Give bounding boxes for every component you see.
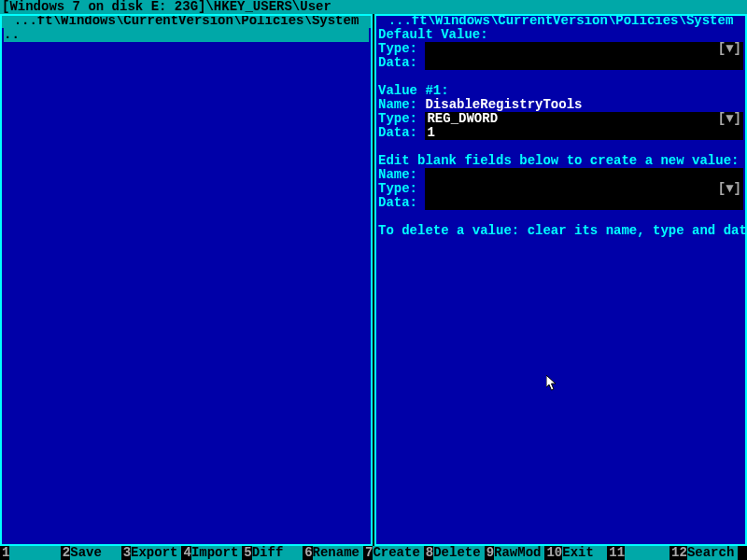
new-value-header: Edit blank fields below to create a new … [378, 154, 743, 168]
type-label: Type: [378, 42, 417, 56]
value1-data-field[interactable]: 1 [425, 126, 743, 140]
value1-data-row: Data: 1 [378, 126, 743, 140]
f3-export[interactable]: 3Export [121, 546, 182, 560]
default-type-field[interactable]: [▼] [425, 42, 743, 56]
title-bar: [Windows 7 on disk E: 23G]\HKEY_USERS\Us… [0, 0, 747, 14]
default-value-header: Default Value: [378, 28, 743, 42]
f4-import[interactable]: 4Import [181, 546, 242, 560]
f11-key[interactable]: 11 [607, 546, 669, 560]
value1-name: DisableRegistryTools [425, 98, 582, 112]
f7-create[interactable]: 7Create [363, 546, 424, 560]
left-panel-title: ...ft\Windows\CurrentVersion\Policies\Sy… [2, 14, 370, 28]
left-panel[interactable]: ...ft\Windows\CurrentVersion\Policies\Sy… [0, 14, 373, 546]
f12-search[interactable]: 12Search [669, 546, 738, 560]
f2-save[interactable]: 2Save [61, 546, 121, 560]
data-label: Data: [378, 126, 417, 140]
dropdown-icon[interactable]: [▼] [718, 182, 741, 196]
function-key-bar: 1 2Save 3Export 4Import 5Diff 6Rename 7C… [0, 546, 747, 560]
new-name-row: Name: [378, 168, 743, 182]
f10-exit[interactable]: 10Exit [544, 546, 607, 560]
new-type-row: Type: [▼] [378, 182, 743, 196]
value1-header: Value #1: [378, 84, 743, 98]
new-type-field[interactable]: [▼] [425, 182, 743, 196]
f6-rename[interactable]: 6Rename [303, 546, 363, 560]
dropdown-icon[interactable]: [▼] [718, 42, 741, 56]
right-panel-title: ...ft\Windows\CurrentVersion\Policies\Sy… [376, 14, 744, 28]
dropdown-icon[interactable]: [▼] [718, 112, 741, 126]
default-data-row: Data: [378, 56, 743, 70]
data-label: Data: [378, 196, 417, 210]
panels: ...ft\Windows\CurrentVersion\Policies\Sy… [0, 14, 747, 546]
f9-rawmod[interactable]: 9RawMod [485, 546, 545, 560]
value1-type-row: Type: REG_DWORD [▼] [378, 112, 743, 126]
right-panel[interactable]: ...ft\Windows\CurrentVersion\Policies\Sy… [374, 14, 747, 546]
value1-type-field[interactable]: REG_DWORD [▼] [425, 112, 743, 126]
delete-hint: To delete a value: clear its name, type … [378, 224, 743, 238]
new-name-field[interactable] [425, 168, 743, 182]
name-label: Name: [378, 98, 417, 112]
f8-delete[interactable]: 8Delete [424, 546, 485, 560]
f5-diff[interactable]: 5Diff [242, 546, 303, 560]
type-label: Type: [378, 112, 417, 126]
name-label: Name: [378, 168, 417, 182]
data-label: Data: [378, 56, 417, 70]
new-data-field[interactable] [425, 196, 743, 210]
new-data-row: Data: [378, 196, 743, 210]
value1-name-row: Name: DisableRegistryTools [378, 98, 743, 112]
default-type-row: Type: [▼] [378, 42, 743, 56]
list-item[interactable]: .. [4, 28, 369, 42]
type-label: Type: [378, 182, 417, 196]
default-data-field[interactable] [425, 56, 743, 70]
f1-key[interactable]: 1 [0, 546, 61, 560]
